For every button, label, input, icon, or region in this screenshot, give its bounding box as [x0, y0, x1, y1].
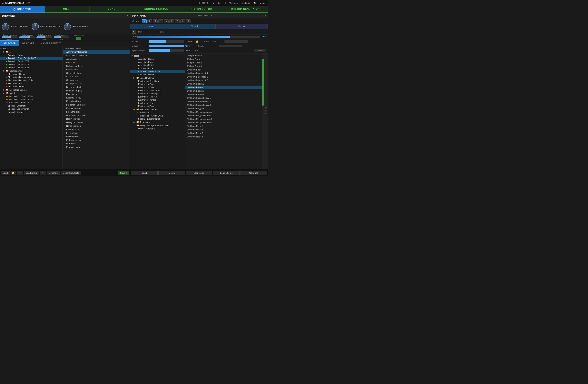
slider-track-3[interactable]: [54, 37, 69, 38]
sound-volume-knob[interactable]: [2, 23, 9, 30]
rimshot-on-button[interactable]: On: [76, 37, 81, 40]
panorama-width-knob[interactable]: [32, 23, 39, 30]
shuffle-bar[interactable]: [219, 45, 242, 47]
rhythm-tree-edubstep[interactable]: ▪ Electronic - Dubstep: [130, 92, 185, 95]
tree-item-percussion-2009[interactable]: ▪▪ Percussion - Studio 2009: [0, 98, 63, 101]
nav-back-icon[interactable]: ◀: [212, 1, 215, 4]
load-button[interactable]: Load: [1, 171, 10, 175]
rhythm-tree-metal[interactable]: ▪ Acoustic - Metal: [130, 64, 185, 67]
list-item-19[interactable]: Gretch suckerpunch: [63, 114, 130, 117]
list-item-3[interactable]: Automatic silk: [63, 57, 130, 61]
list-item-25[interactable]: Melted beliefs: [63, 135, 130, 138]
tree-item-electronic-dance[interactable]: ▪ Electronic - Dance: [0, 73, 63, 76]
rhythm-tree-egenres[interactable]: ▶ 📁 Electronic Genres: [130, 108, 185, 111]
list-item-9[interactable]: Criminal grip: [63, 78, 130, 82]
humanization-bar[interactable]: [224, 40, 248, 43]
list-item-27[interactable]: Monorock: [63, 142, 130, 145]
list-item-7[interactable]: Calm reflection: [63, 71, 130, 75]
rhythm-item-11[interactable]: 100 bpm Fusion 4: [185, 93, 262, 96]
channel-btn-4[interactable]: 4: [158, 19, 163, 23]
list-item-28[interactable]: Mountain legs: [63, 145, 130, 149]
rhythm-item-15[interactable]: 100 bpm Reggae: [185, 107, 262, 110]
rhythm-item-23[interactable]: 100 bpm Rock 4: [185, 135, 262, 138]
slider-track-2[interactable]: [37, 37, 52, 38]
rhythm-tree-funk[interactable]: ▪ Acoustic - Funk: [130, 60, 185, 64]
rhythm-generate-button[interactable]: Generate: [240, 171, 267, 175]
rhythm-item-7[interactable]: 100 bpm Blues rock 3: [185, 78, 262, 82]
speed-right-arrow[interactable]: ▶: [197, 50, 199, 52]
rhythm-item-12[interactable]: 100 bpm Fusion heavy 1: [185, 96, 262, 100]
rhythm-item-20[interactable]: 100 bpm Rock 1: [185, 124, 262, 128]
channel-btn-6[interactable]: 6: [169, 19, 174, 23]
save-button[interactable]: Save ♥: [118, 171, 129, 175]
list-item-14[interactable]: Essential rock 2: [63, 96, 130, 99]
list-item-17[interactable]: Female ignition: [63, 107, 130, 110]
rhythm-tree-utility-bg[interactable]: 📁 Utility - Background Percussion: [130, 124, 185, 127]
list-item-5[interactable]: Bigboss madness: [63, 64, 130, 68]
rhythm-tree-epop[interactable]: ▪ Electronic - Pop: [130, 101, 185, 105]
list-item-4[interactable]: Bellísima: [63, 61, 130, 64]
list-item-10[interactable]: Dark gentle crush: [63, 82, 130, 85]
rhythm-item-4[interactable]: 100 bpm Basic: [185, 68, 262, 72]
rhythm-tree-edance[interactable]: ▪ Electronic - Dance: [130, 83, 185, 86]
tree-item-root[interactable]: ▼ Root: [0, 47, 63, 50]
rhythm-tree-base[interactable]: ▶ 📁 Base Rhythms: [130, 76, 185, 79]
rhythm-item-14[interactable]: 100 bpm Fusion heavy 3: [185, 103, 262, 107]
tree-item-components[interactable]: ▶ 🥁 Components: [0, 69, 63, 73]
rhythm-tree-breakbeat[interactable]: ▪ Electronic - Breakbeat: [130, 79, 185, 83]
channel-btn-5[interactable]: 5: [164, 19, 168, 23]
rhythm-tree-rock[interactable]: ▪ Acoustic - Rock: [130, 67, 185, 70]
tree-item-acoustic-studio-2018[interactable]: ▪ Acoustic - Studio 2018: [0, 66, 63, 69]
tree-item-special-experimental[interactable]: ▪ Special - Experimental: [0, 107, 63, 111]
list-item-15[interactable]: Exploding bonzo: [63, 99, 130, 103]
rhythms-help-icon[interactable]: ?: [265, 15, 266, 17]
tab-rhythm-generator[interactable]: RHYTHM GENERATOR: [223, 6, 268, 13]
timeline-verse2[interactable]: Verse 2: [174, 24, 215, 29]
tree-item-acoustic-studio-2009[interactable]: ▪ Acoustic - Studio 2009: [0, 63, 63, 66]
tab-master-effects[interactable]: MASTER EFFECTS: [38, 40, 65, 46]
rhythm-tree-edowntempo[interactable]: ▪ Electronic - Downtempo: [130, 89, 185, 92]
tree-item-percussion-2018[interactable]: ▪▪ Percussion - Studio 2018: [0, 101, 63, 104]
generate-effects-button[interactable]: Generate Effects: [61, 171, 81, 175]
rhythm-arrow-root[interactable]: ▼: [131, 55, 133, 57]
tree-item-percussion-2008[interactable]: ▪▪ Percussion - Studio 2008: [0, 95, 63, 98]
rhythm-tree-special-exp[interactable]: ▪ Special - Experimental: [130, 117, 185, 120]
level-bar[interactable]: [137, 36, 260, 38]
tree-item-acoustic-basic[interactable]: ▪ Acoustic - Basic: [0, 54, 63, 57]
presets-button[interactable]: ⊞ Presets: [197, 1, 209, 4]
list-item-1[interactable]: Anniversary fireworks: [63, 50, 130, 54]
rhythm-item-1[interactable]: 85 bpm Rock 1: [185, 57, 262, 61]
clear-button[interactable]: ✕: [17, 171, 23, 175]
settings-button[interactable]: Settings: [241, 1, 251, 4]
global-pitch-knob[interactable]: [64, 23, 71, 30]
rhythm-load-button[interactable]: Load: [131, 171, 158, 175]
rhythm-tree-root[interactable]: ▼ Root: [130, 54, 185, 57]
tab-mixer[interactable]: MIXER: [45, 6, 90, 13]
slider-track-0[interactable]: [2, 37, 18, 38]
tab-designer[interactable]: DESIGNER: [19, 40, 38, 46]
rhythm-item-17[interactable]: 100 bpm Reggae simple 1: [185, 114, 262, 117]
rhythm-tree-utility-tmpl[interactable]: ▪ Utility - Templates: [130, 127, 185, 130]
rhythm-item-19[interactable]: 100 bpm Reggae simple 3: [185, 121, 262, 124]
tree-item-acoustic-drum-empire[interactable]: ▪ Acoustic - Drum Empire 2020: [0, 57, 63, 60]
tree-item-special-cinematic[interactable]: ▪ Special - Cinematic: [0, 104, 63, 107]
tree-arrow-root[interactable]: ▼: [0, 48, 2, 50]
list-item-21[interactable]: Heavy motivation: [63, 121, 130, 124]
list-item-24[interactable]: In your face: [63, 131, 130, 135]
timeline-verse1[interactable]: Verse 1: [130, 24, 174, 29]
list-item-2[interactable]: Association of famous: [63, 54, 130, 57]
velocity-bar[interactable]: [149, 45, 184, 47]
list-item-8[interactable]: Chicken funk: [63, 75, 130, 78]
tree-item-electronic-urban[interactable]: ▪ Electronic - Urban: [0, 85, 63, 88]
channel-btn-2[interactable]: 2: [147, 19, 152, 23]
rhythm-item-8[interactable]: 100 bpm Fusion 1: [185, 82, 262, 86]
rhythm-tree-trap[interactable]: ▪ Electronic - Trap: [130, 105, 185, 108]
tempo-lock-icon[interactable]: 🔒: [196, 40, 199, 43]
rhythm-load-verse-button[interactable]: Load Verse: [186, 171, 212, 175]
rhythm-tree-templates[interactable]: ▶ 📁 Templates: [130, 120, 185, 124]
list-item-0[interactable]: Altruistic phobia: [63, 47, 130, 50]
list-item-20[interactable]: Heavy impulse: [63, 117, 130, 121]
rhythm-scrollbar-thumb[interactable]: [262, 59, 264, 106]
tree-item-metal[interactable]: ▶ 🥁 Metal: [0, 92, 63, 95]
tree-item-acoustic-studio-2008[interactable]: ▪ Acoustic - Studio 2008: [0, 60, 63, 63]
